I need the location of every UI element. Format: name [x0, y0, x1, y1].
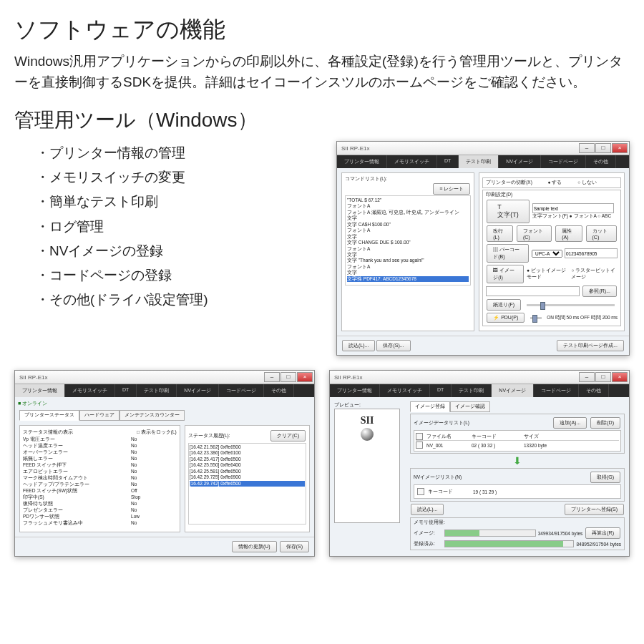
on-slider[interactable]: [530, 317, 542, 319]
pdu-button[interactable]: ⚡ PDU(P): [487, 313, 525, 323]
subtab[interactable]: イメージ登録: [410, 401, 450, 412]
maximize-icon[interactable]: □: [280, 372, 296, 382]
minimize-icon[interactable]: –: [579, 143, 595, 153]
subtab[interactable]: メンテナンスカウンター: [119, 410, 185, 421]
tab-テスト印刷[interactable]: テスト印刷: [452, 384, 492, 397]
window-controls: – □ ×: [579, 143, 628, 153]
nv-list-label: NVイメージリスト(N): [414, 474, 462, 481]
tab-その他[interactable]: その他: [264, 384, 294, 397]
memory-label: メモリ使用量:: [414, 519, 445, 525]
browse-button[interactable]: 参照(R)...: [582, 286, 617, 297]
tab-プリンター情報[interactable]: プリンター情報: [15, 384, 65, 397]
tab-NVイメージ[interactable]: NVイメージ: [499, 155, 541, 168]
close-icon[interactable]: ×: [612, 143, 628, 153]
update-button[interactable]: 情報の更新(U): [232, 541, 277, 552]
subtab[interactable]: プリンターステータス: [19, 410, 79, 421]
close-icon[interactable]: ×: [612, 372, 628, 382]
font-a-radio[interactable]: ● フォントA: [570, 213, 597, 218]
command-list[interactable]: "TOTAL $ 67.12"フォントAフォントA 瀬羅迫, 可史忠, 叶史成,…: [345, 195, 471, 286]
tab-テスト印刷[interactable]: テスト印刷: [459, 155, 499, 168]
minimize-icon[interactable]: –: [579, 372, 595, 382]
description: Windows汎用アプリケーションからの印刷以外に、各種設定(登録)を行う管理用…: [14, 52, 630, 92]
tab-bar: プリンター情報メモリスイッチDTテスト印刷NVイメージコードページその他: [337, 155, 629, 168]
sample-text-input[interactable]: [532, 203, 614, 213]
tab-メモリスイッチ[interactable]: メモリスイッチ: [65, 384, 115, 397]
barcode-type-select[interactable]: UPC-A: [532, 250, 562, 258]
tab-メモリスイッチ[interactable]: メモリスイッチ: [380, 384, 430, 397]
cut-yes-radio[interactable]: ● する: [548, 180, 562, 185]
bitimage-radio[interactable]: ● ビットイメージモード: [527, 268, 569, 280]
tab-NVイメージ[interactable]: NVイメージ: [177, 384, 219, 397]
reg-mem-value: 848952/917504 bytes: [576, 542, 621, 547]
feed-slider[interactable]: [527, 304, 615, 306]
image-path-input[interactable]: [486, 286, 580, 296]
clear-button[interactable]: クリア(C): [270, 430, 306, 441]
history-label: ステータス履歴(L):: [188, 433, 230, 439]
tab-プリンター情報[interactable]: プリンター情報: [330, 384, 380, 397]
image-button[interactable]: 🖼 イメージ(I): [487, 265, 524, 283]
attr-button[interactable]: 属性(A): [555, 225, 582, 242]
text-button[interactable]: T文字(T): [487, 200, 530, 223]
table-row[interactable]: NV_001 02 ( 30 32 ) 13320 byte: [416, 441, 619, 449]
timing-label: ON 時間 50 ms OFF 時間 200 ms: [547, 315, 618, 321]
delete-button[interactable]: 削除(D): [590, 417, 620, 429]
barcode-button[interactable]: ▥ バーコード(B): [487, 244, 529, 263]
print-settings-label: 印刷設定(D): [486, 192, 512, 197]
tab-DT[interactable]: DT: [430, 384, 452, 397]
feed-button[interactable]: 紙送り(F): [487, 299, 521, 311]
test-print-button[interactable]: テスト印刷ページ作成...: [557, 340, 624, 351]
tab-コードページ[interactable]: コードページ: [534, 384, 579, 397]
tab-コードページ[interactable]: コードページ: [219, 384, 264, 397]
load-button[interactable]: 読込(L)...: [411, 504, 444, 515]
font-label: 文字フォント(F): [532, 213, 568, 218]
maximize-icon[interactable]: □: [595, 143, 611, 153]
cut-no-radio[interactable]: ○ しない: [577, 180, 597, 185]
raster-radio[interactable]: ○ ラスタービットイメージ: [571, 268, 618, 280]
preview-label: プレビュー:: [334, 401, 406, 409]
lf-button[interactable]: 改行(L): [487, 225, 513, 242]
tab-DT[interactable]: DT: [115, 384, 137, 397]
image-mem-label: イメージ:: [414, 530, 442, 537]
add-button[interactable]: 追加(A)...: [553, 417, 587, 429]
tab-bar: プリンター情報メモリスイッチDTテスト印刷NVイメージコードページその他: [15, 384, 314, 397]
sub-tab-bar: プリンターステータスハードウェアメンテナンスカウンター: [15, 410, 314, 421]
col-filename: ファイル名: [426, 434, 469, 440]
subtab[interactable]: イメージ確認: [450, 401, 490, 412]
save-button[interactable]: 保存(S): [280, 541, 309, 552]
tab-テスト印刷[interactable]: テスト印刷: [137, 384, 177, 397]
acquire-button[interactable]: 取得(G): [590, 472, 620, 483]
maximize-icon[interactable]: □: [595, 372, 611, 382]
nv-keycode-label: キーコード: [428, 489, 471, 495]
command-list-label: コマンドリスト(L):: [345, 176, 471, 182]
register-button[interactable]: プリンターへ登録(S): [565, 504, 624, 515]
col-size: サイズ: [524, 434, 539, 440]
tab-メモリスイッチ[interactable]: メモリスイッチ: [387, 155, 437, 168]
window-title: SII RP-E1x: [331, 374, 363, 381]
recalc-button[interactable]: 再算出(R): [585, 527, 620, 539]
minimize-icon[interactable]: –: [264, 372, 280, 382]
close-icon[interactable]: ×: [297, 372, 313, 382]
logo-text: SII: [361, 415, 374, 426]
load-button[interactable]: 読込(L)...: [342, 340, 375, 351]
subtab[interactable]: ハードウェア: [79, 410, 119, 421]
tab-プリンター情報[interactable]: プリンター情報: [337, 155, 387, 168]
tab-コードページ[interactable]: コードページ: [541, 155, 586, 168]
save-button[interactable]: 保存(S)...: [376, 340, 410, 351]
screenshot-printer-info: SII RP-E1x –□× プリンター情報メモリスイッチDTテスト印刷NVイメ…: [14, 370, 315, 557]
receipt-button[interactable]: ≡ レシート: [433, 183, 470, 195]
font-c-button[interactable]: フォント(C): [517, 225, 552, 242]
lock-display-checkbox[interactable]: □ 表示をロック(L): [137, 429, 177, 436]
history-list[interactable]: [16.42.21.562] 0xffe6500[16.42.23.386] 0…: [188, 443, 306, 525]
tab-その他[interactable]: その他: [579, 384, 609, 397]
tab-NVイメージ[interactable]: NVイメージ: [492, 384, 534, 397]
tab-その他[interactable]: その他: [586, 155, 616, 168]
font-b-radio[interactable]: ○ ABC: [597, 213, 611, 218]
nv-keycode-value: 19 ( 31 29 ): [473, 489, 497, 494]
preview-pane: SII: [334, 409, 400, 523]
barcode-value-input[interactable]: [565, 248, 618, 258]
cut-button[interactable]: カット(C): [586, 225, 617, 242]
tab-DT[interactable]: DT: [437, 155, 459, 168]
image-mem-value: 349934/917504 bytes: [538, 531, 583, 536]
screenshot-nv-image: SII RP-E1x –□× プリンター情報メモリスイッチDTテスト印刷NVイメ…: [329, 370, 630, 557]
tab-bar: プリンター情報メモリスイッチDTテスト印刷NVイメージコードページその他: [330, 384, 629, 397]
